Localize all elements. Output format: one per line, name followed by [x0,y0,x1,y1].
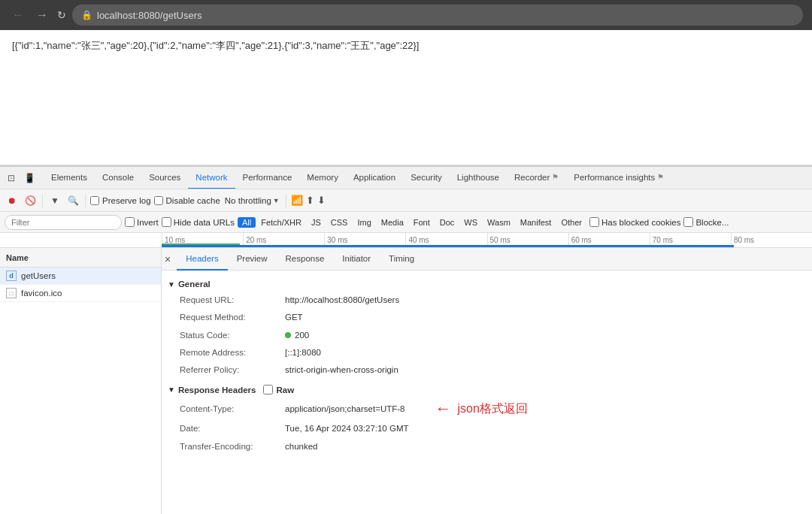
tab-performance-insights[interactable]: Performance insights ⚑ [566,167,671,189]
url-text: localhost:8080/getUsers [97,10,201,21]
tab-network[interactable]: Network [188,167,235,189]
tick-80ms: 80 ms [731,233,812,247]
filter-btn-js[interactable]: JS [307,217,326,228]
tab-console[interactable]: Console [95,167,141,189]
date-key: Date: [180,422,285,435]
tab-sources[interactable]: Sources [141,167,188,189]
has-blocked-cookies-checkbox[interactable] [589,217,599,227]
separator-1 [42,194,43,207]
device-icon[interactable]: 📱 [21,170,38,186]
filter-btn-ws[interactable]: WS [459,217,482,228]
filter-bar: Invert Hide data URLs All Fetch/XHR JS C… [0,212,812,233]
timeline-progress-bar [162,245,734,247]
back-button[interactable]: ← [9,5,27,25]
request-list: Name d getUsers □ favicon.ico [0,248,162,514]
tab-lighthouse[interactable]: Lighthouse [450,167,507,189]
filter-input[interactable] [5,215,122,230]
raw-checkbox-label[interactable]: Raw [263,385,294,395]
preserve-log-checkbox[interactable] [90,196,99,205]
blocked-checkbox[interactable] [683,217,693,227]
response-headers-section-header[interactable]: ▼ Response Headers Raw [162,382,812,398]
filter-btn-wasm[interactable]: Wasm [483,217,515,228]
request-url-key: Request URL: [180,294,285,307]
tab-elements[interactable]: Elements [44,167,95,189]
tab-recorder[interactable]: Recorder ⚑ [507,167,566,189]
detail-tab-headers[interactable]: Headers [177,248,227,271]
clear-button[interactable]: 🚫 [23,193,38,208]
close-detail-button[interactable]: × [165,253,171,265]
request-method-row: Request Method: GET [162,309,812,326]
request-detail-panel: × Headers Preview Response Initiator Tim… [162,248,812,514]
network-toolbar: ⏺ 🚫 ▼ 🔍 Preserve log Disable cache No th… [0,189,812,212]
timeline-ruler: 10 ms 20 ms 30 ms 40 ms 50 ms 60 ms 70 m… [162,233,812,247]
filter-btn-font[interactable]: Font [409,217,435,228]
invert-label: Invert [137,218,159,227]
status-code-row: Status Code: 200 [162,327,812,344]
separator-3 [286,194,286,207]
detail-tab-response[interactable]: Response [277,248,334,271]
invert-checkbox[interactable] [125,217,135,227]
request-item-getusers[interactable]: d getUsers [0,268,161,285]
refresh-button[interactable]: ↻ [57,9,66,21]
preserve-log-text: Preserve log [102,196,151,205]
filter-btn-other[interactable]: Other [556,217,586,228]
filter-btn-fetch-xhr[interactable]: Fetch/XHR [256,217,306,228]
invert-checkbox-label[interactable]: Invert [125,217,159,227]
name-column-header: Name [6,253,29,262]
content-type-row: Content-Type: application/json;charset=U… [162,398,812,420]
status-code-key: Status Code: [180,329,285,342]
date-val: Tue, 16 Apr 2024 03:27:10 GMT [285,422,409,435]
detail-tab-initiator[interactable]: Initiator [333,248,380,271]
tab-memory[interactable]: Memory [299,167,346,189]
filter-btn-media[interactable]: Media [377,217,408,228]
filter-btn-css[interactable]: CSS [326,217,353,228]
date-row: Date: Tue, 16 Apr 2024 03:27:10 GMT [162,420,812,437]
transfer-encoding-key: Transfer-Encoding: [180,440,285,453]
remote-address-key: Remote Address: [180,346,285,359]
general-arrow-icon: ▼ [168,280,175,289]
requests-area: Name d getUsers □ favicon.ico × Headers … [0,248,812,514]
search-button[interactable]: 🔍 [65,193,80,208]
status-code-val: 200 [285,329,309,342]
json-response-text: [{"id":1,"name":"张三","age":20},{"id":2,"… [12,40,419,51]
filter-btn-doc[interactable]: Doc [435,217,459,228]
detail-tab-timing[interactable]: Timing [380,248,423,271]
tab-security[interactable]: Security [403,167,450,189]
preserve-log-label[interactable]: Preserve log [90,196,151,205]
hide-data-urls-label[interactable]: Hide data URLs [162,217,235,227]
filter-btn-img[interactable]: Img [353,217,375,228]
inspect-icon[interactable]: ⊡ [3,170,20,186]
general-section-header[interactable]: ▼ General [162,277,812,292]
separator-2 [85,194,86,207]
blocked-text: Blocke... [695,218,729,227]
throttle-select[interactable]: No throttling ▼ [223,196,281,205]
request-list-header: Name [0,248,161,268]
remote-address-val: [::1]:8080 [285,346,321,359]
blocked-label[interactable]: Blocke... [683,217,729,227]
has-blocked-cookies-text: Has blocked cookies [601,218,680,227]
request-url-row: Request URL: http://localhost:8080/getUs… [162,292,812,309]
detail-tab-preview[interactable]: Preview [228,248,277,271]
upload-icon: ⬆ [306,195,314,206]
filter-type-buttons: All Fetch/XHR JS CSS Img Media Font Doc … [238,217,586,228]
disable-cache-checkbox[interactable] [154,196,163,205]
disable-cache-label[interactable]: Disable cache [154,196,220,205]
tab-performance[interactable]: Performance [235,167,300,189]
address-bar[interactable]: 🔒 localhost:8080/getUsers [72,5,803,26]
tab-application[interactable]: Application [346,167,403,189]
lock-icon: 🔒 [81,10,92,20]
has-blocked-cookies-label[interactable]: Has blocked cookies [589,217,680,227]
general-section-label: General [178,280,211,289]
devtools-tab-bar: ⊡ 📱 Elements Console Sources Network Per… [0,167,812,189]
record-button[interactable]: ⏺ [5,193,20,208]
request-item-favicon[interactable]: □ favicon.ico [0,285,161,302]
filter-btn-manifest[interactable]: Manifest [516,217,556,228]
forward-button[interactable]: → [33,5,51,25]
detail-tab-bar: × Headers Preview Response Initiator Tim… [162,248,812,271]
filter-btn-all[interactable]: All [238,217,256,228]
filter-button[interactable]: ▼ [47,193,62,208]
hide-data-urls-text: Hide data URLs [174,218,235,227]
arrow-left-icon: ← [435,401,451,417]
hide-data-urls-checkbox[interactable] [162,217,171,227]
raw-checkbox[interactable] [263,385,273,395]
